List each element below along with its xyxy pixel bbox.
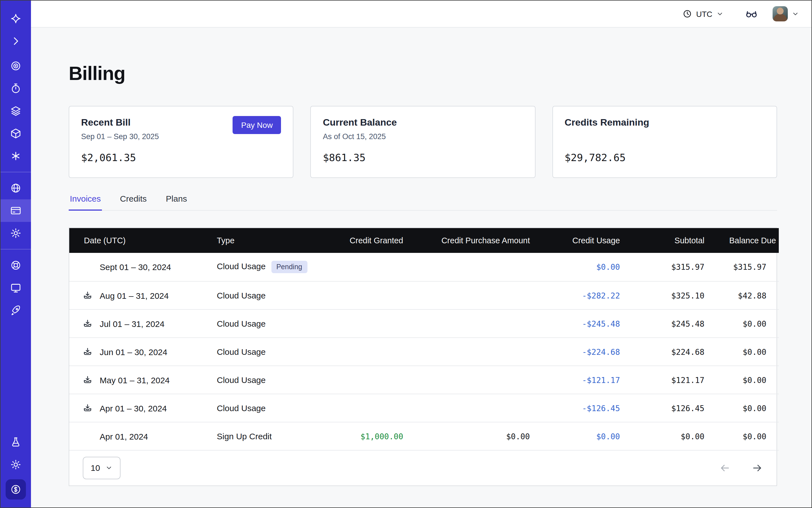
- subtotal-cell: $245.48: [632, 309, 717, 337]
- page-size-select[interactable]: 10: [83, 457, 120, 479]
- column-header-credit-usage: Credit Usage: [542, 228, 632, 253]
- credit-purchase-amount-cell: [416, 337, 542, 366]
- sidebar-item-getting-started[interactable]: [1, 299, 31, 322]
- chevron-down-icon: [716, 10, 724, 17]
- balance-due-value: $0.00: [743, 375, 766, 384]
- arrow-right-icon: [752, 462, 763, 473]
- credit-usage-value: $0.00: [596, 263, 620, 272]
- credit-usage-cell: -$245.48: [542, 309, 632, 337]
- tab-invoices[interactable]: Invoices: [69, 194, 102, 211]
- download-invoice-icon[interactable]: [83, 404, 100, 413]
- invoice-type: Sign Up Credit: [217, 431, 272, 441]
- download-invoice-icon[interactable]: [83, 319, 100, 329]
- invoices-table: Date (UTC) Type Credit Granted Credit Pu…: [69, 227, 777, 486]
- credit-usage-value: -$121.17: [582, 375, 620, 384]
- sidebar-item-asterisk[interactable]: [1, 145, 31, 167]
- timezone-selector[interactable]: UTC: [682, 9, 724, 18]
- download-invoice-icon[interactable]: [83, 291, 100, 300]
- invoice-date: Aug 01 – 31, 2024: [100, 291, 169, 300]
- balance-due-value: $315.97: [733, 263, 766, 272]
- current-balance-amount: $861.35: [323, 152, 523, 163]
- column-header-type: Type: [204, 228, 326, 253]
- sidebar-item-timer[interactable]: [1, 77, 31, 100]
- invoice-type: Cloud Usage: [217, 261, 265, 270]
- credit-usage-cell: -$126.45: [542, 394, 632, 422]
- sidebar-item-support[interactable]: [1, 254, 31, 277]
- date-cell: Apr 01 – 30, 2024: [69, 394, 204, 422]
- invoice-type: Cloud Usage: [217, 375, 265, 384]
- sidebar-item-layers[interactable]: [1, 100, 31, 122]
- invoice-date: Jun 01 – 30, 2024: [100, 347, 167, 357]
- page-title: Billing: [69, 62, 777, 84]
- sidebar-expand-button[interactable]: [1, 30, 31, 52]
- credit-purchase-amount-cell: [416, 366, 542, 394]
- app-window: UTC Billing Recent Bill Sep 01 – Sep 30,…: [0, 0, 812, 508]
- credit-purchase-amount-cell: [416, 281, 542, 309]
- credit-usage-value: $0.00: [596, 432, 620, 441]
- flask-icon: [10, 436, 22, 448]
- tab-plans[interactable]: Plans: [165, 194, 188, 211]
- invoice-type: Cloud Usage: [217, 290, 265, 300]
- sidebar-item-cube[interactable]: [1, 122, 31, 145]
- invoice-date: Jul 01 – 31, 2024: [100, 319, 164, 329]
- dollar-circle-icon: [10, 484, 22, 495]
- card-title: Credits Remaining: [564, 117, 765, 128]
- date-cell: Sept 01 – 30, 2024: [69, 253, 204, 281]
- sidebar-divider: [1, 249, 31, 250]
- invoice-date: Apr 01 – 30, 2024: [100, 404, 167, 413]
- invoice-table-body: Sept 01 – 30, 2024Cloud UsagePending$0.0…: [69, 253, 779, 450]
- credit-granted-cell: [326, 337, 416, 366]
- download-invoice-icon[interactable]: [83, 375, 100, 385]
- sidebar-item-globe[interactable]: [1, 177, 31, 199]
- previous-page-button[interactable]: [719, 462, 730, 473]
- credit-card-icon: [10, 205, 22, 216]
- main-column: UTC Billing Recent Bill Sep 01 – Sep 30,…: [31, 1, 811, 507]
- tab-credits[interactable]: Credits: [119, 194, 148, 211]
- next-page-button[interactable]: [752, 462, 763, 473]
- sidebar-item-theme[interactable]: [1, 453, 31, 476]
- sidebar-item-billing[interactable]: [1, 199, 31, 222]
- subtotal-cell: $315.97: [632, 253, 717, 281]
- card-title: Current Balance: [323, 117, 523, 128]
- sidebar-item-target[interactable]: [1, 55, 31, 77]
- current-balance-card: Current Balance As of Oct 15, 2025 $861.…: [310, 106, 536, 178]
- sidebar-item-console[interactable]: [1, 277, 31, 299]
- credit-usage-cell: $0.00: [542, 422, 632, 450]
- date-cell: Apr 01, 2024: [69, 422, 204, 450]
- subtotal-value: $245.48: [671, 319, 704, 328]
- asterisk-icon: [10, 151, 22, 162]
- credit-usage-value: -$224.68: [582, 347, 620, 356]
- card-subtitle: [564, 132, 765, 142]
- balance-due-cell: $42.88: [717, 281, 779, 309]
- credit-granted-cell: $1,000.00: [326, 422, 416, 450]
- invoice-type: Cloud Usage: [217, 319, 265, 328]
- target-icon: [10, 60, 22, 72]
- gear-icon: [10, 227, 22, 239]
- credits-remaining-card: Credits Remaining $29,782.65: [552, 106, 777, 178]
- view-mode-button[interactable]: [745, 7, 758, 20]
- user-menu[interactable]: [773, 6, 799, 22]
- type-cell: Cloud Usage: [204, 281, 326, 309]
- download-invoice-icon[interactable]: [83, 347, 100, 357]
- status-badge: Pending: [271, 261, 307, 273]
- sidebar-item-credits[interactable]: [6, 479, 26, 500]
- balance-due-cell: $0.00: [717, 309, 779, 337]
- balance-due-value: $42.88: [738, 291, 766, 300]
- cube-icon: [10, 128, 22, 139]
- chevron-down-icon: [792, 10, 799, 17]
- credit-granted-cell: [326, 394, 416, 422]
- logo-icon[interactable]: [1, 7, 31, 30]
- chevron-down-icon: [105, 464, 112, 471]
- page-size-value: 10: [91, 463, 100, 472]
- arrow-left-icon: [719, 462, 730, 473]
- sidebar: [1, 1, 31, 507]
- invoice-date: Apr 01, 2024: [100, 432, 148, 441]
- sidebar-item-labs[interactable]: [1, 431, 31, 453]
- sidebar-item-settings[interactable]: [1, 222, 31, 245]
- subtotal-value: $325.10: [671, 291, 704, 300]
- timezone-label: UTC: [696, 9, 712, 18]
- credits-remaining-amount: $29,782.65: [564, 152, 765, 163]
- recent-bill-card: Recent Bill Sep 01 – Sep 30, 2025 $2,061…: [69, 106, 294, 178]
- pay-now-button[interactable]: Pay Now: [233, 116, 281, 134]
- billing-page: Billing Recent Bill Sep 01 – Sep 30, 202…: [31, 28, 811, 507]
